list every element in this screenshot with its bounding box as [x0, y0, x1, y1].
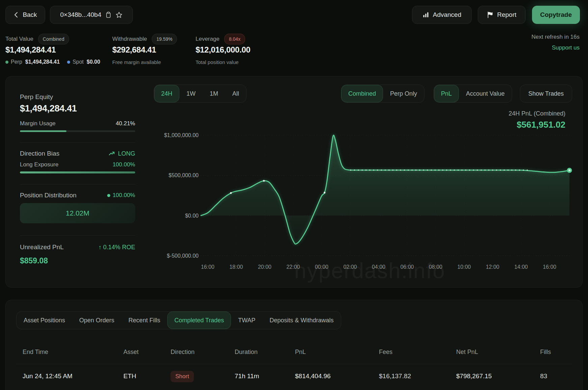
tab-open-orders[interactable]: Open Orders — [72, 312, 121, 329]
tab-all[interactable]: All — [225, 85, 246, 102]
tab-twap[interactable]: TWAP — [231, 312, 262, 329]
col-fees: Fees — [379, 349, 392, 356]
toggle-pnl-label: PnL — [441, 90, 452, 97]
advanced-button[interactable]: Advanced — [412, 6, 472, 24]
direction-bias-value: LONG — [118, 150, 135, 157]
margin-usage-bar — [20, 130, 135, 132]
tab-1m-label: 1M — [210, 90, 218, 97]
pnl-chart-svg[interactable]: 16:0018:0020:0022:0000:0002:0004:0006:00… — [142, 118, 577, 273]
table-divider — [16, 364, 572, 364]
total-value-header: Total Value Combined — [5, 34, 69, 44]
star-icon[interactable] — [115, 11, 123, 19]
svg-text:16:00: 16:00 — [201, 264, 214, 270]
report-label: Report — [497, 11, 516, 19]
tab-24h-label: 24H — [161, 90, 172, 97]
svg-text:04:00: 04:00 — [372, 264, 385, 270]
tab-recent-fills[interactable]: Recent Fills — [121, 312, 167, 329]
range-tabs: 24H 1W 1M All — [154, 85, 246, 103]
report-button[interactable]: Report — [478, 6, 526, 24]
metric-toggle: PnL Account Value — [434, 85, 512, 103]
tab-1m[interactable]: 1M — [203, 85, 225, 102]
perp-spot-row: Perp $1,494,284.41 Spot $0.00 — [5, 59, 100, 65]
perp-value: $1,494,284.41 — [25, 59, 60, 65]
tab-asset-positions-label: Asset Positions — [24, 317, 65, 324]
tab-completed-trades[interactable]: Completed Trades — [167, 312, 231, 329]
main-card: Perp Equity $1,494,284.41 Margin Usage 4… — [5, 76, 583, 288]
divider — [20, 235, 135, 236]
toggle-perp-only-label: Perp Only — [390, 90, 417, 97]
svg-text:02:00: 02:00 — [343, 264, 357, 270]
position-size-value: 12.02M — [66, 209, 89, 217]
support-us-link[interactable]: Support us — [552, 44, 580, 51]
pnl-title: 24H PnL (Combined) — [509, 110, 565, 117]
copytrade-button[interactable]: Copytrade — [532, 6, 580, 24]
svg-text:08:00: 08:00 — [429, 264, 442, 270]
tab-asset-positions[interactable]: Asset Positions — [17, 312, 72, 329]
svg-text:06:00: 06:00 — [400, 264, 414, 270]
tab-recent-fills-label: Recent Fills — [128, 317, 160, 324]
long-exposure-bar-fill — [20, 171, 135, 173]
col-duration: Duration — [235, 349, 258, 356]
col-pnl: PnL — [295, 349, 306, 356]
distribution-dot-icon — [107, 194, 110, 197]
toggle-pnl[interactable]: PnL — [434, 85, 459, 102]
direction-bias-label: Direction Bias — [20, 150, 59, 157]
cell-net-pnl: $798,267.15 — [456, 369, 492, 383]
copytrade-label: Copytrade — [540, 11, 572, 19]
tab-twap-label: TWAP — [238, 317, 255, 324]
back-label: Back — [23, 11, 37, 19]
address-pill[interactable]: 0×348b...40b4 — [50, 6, 133, 24]
position-size-box[interactable]: 12.02M — [20, 203, 135, 223]
perp-equity-label: Perp Equity — [20, 93, 53, 101]
svg-text:18:00: 18:00 — [229, 264, 243, 270]
tab-24h[interactable]: 24H — [154, 85, 179, 102]
svg-text:$-500,000.00: $-500,000.00 — [167, 253, 199, 259]
divider — [20, 142, 135, 143]
bottom-tabs: Asset Positions Open Orders Recent Fills… — [16, 311, 341, 329]
withdrawable-value: $292,684.41 — [112, 45, 156, 55]
long-exposure-row: Long Exposure 100.00% — [20, 161, 135, 168]
col-fills: Fills — [540, 349, 551, 356]
position-distribution-value: 100.00% — [113, 192, 135, 199]
margin-usage-value: 40.21% — [116, 120, 135, 127]
toggle-perp-only[interactable]: Perp Only — [383, 85, 424, 102]
withdrawable-header: Withdrawable 19.59% — [112, 34, 177, 44]
perp-label: Perp — [11, 59, 22, 65]
spot-label: Spot — [72, 59, 84, 65]
total-value: $1,494,284.41 — [5, 45, 56, 55]
copy-icon[interactable] — [105, 11, 112, 19]
col-direction: Direction — [171, 349, 195, 356]
leverage-label: Leverage — [196, 36, 219, 42]
margin-usage-bar-fill — [20, 130, 66, 132]
divider — [20, 184, 135, 185]
col-end-time: End Time — [23, 349, 48, 356]
position-distribution-label: Position Distribution — [20, 192, 77, 199]
unrealized-pnl-value: $859.08 — [20, 256, 48, 265]
leverage-value: $12,016,000.00 — [196, 45, 251, 55]
bottom-card: Asset Positions Open Orders Recent Fills… — [5, 300, 583, 390]
col-net-pnl: Net PnL — [456, 349, 478, 356]
margin-usage-row: Margin Usage 40.21% — [20, 120, 135, 127]
unrealized-pnl-row: Unrealized PnL ↑ 0.14% ROE — [20, 243, 135, 251]
long-exposure-bar — [20, 171, 135, 173]
bar-chart-icon — [422, 11, 429, 18]
tab-deposits-withdrawals[interactable]: Deposits & Withdrawals — [263, 312, 341, 329]
cell-pnl: $814,404.96 — [295, 369, 331, 383]
toggle-combined[interactable]: Combined — [341, 85, 383, 102]
combined-badge: Combined — [38, 34, 69, 44]
svg-text:00:00: 00:00 — [315, 264, 328, 270]
svg-text:14:00: 14:00 — [514, 264, 528, 270]
back-button[interactable]: Back — [5, 6, 45, 24]
page: Back 0×348b...40b4 Advanced Report Copyt… — [0, 0, 588, 390]
long-exposure-value: 100.00% — [113, 161, 135, 168]
toggle-account-value[interactable]: Account Value — [459, 85, 512, 102]
withdrawable-badge: 19.59% — [152, 34, 177, 44]
svg-text:12:00: 12:00 — [486, 264, 499, 270]
cell-fees: $16,137.82 — [379, 369, 411, 383]
roe-value: 0.14% ROE — [103, 244, 135, 251]
svg-text:10:00: 10:00 — [457, 264, 471, 270]
tab-1w[interactable]: 1W — [179, 85, 203, 102]
show-trades-button[interactable]: Show Trades — [520, 85, 572, 103]
perp-equity-value: $1,494,284.41 — [20, 103, 77, 114]
svg-text:20:00: 20:00 — [258, 264, 271, 270]
